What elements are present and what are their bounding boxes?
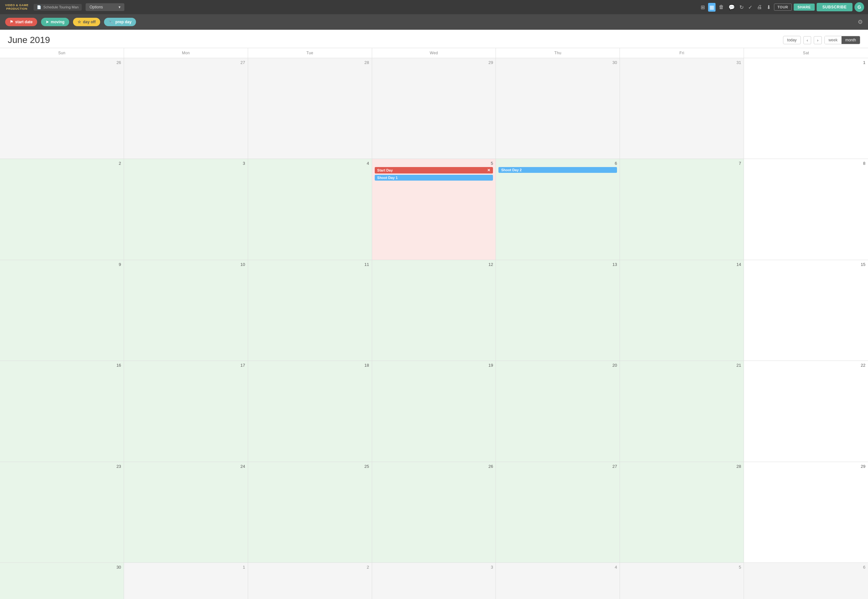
day-sat: Sat [744, 48, 868, 58]
calendar-title: June 2019 [8, 35, 50, 45]
today-button[interactable]: today [783, 36, 801, 44]
table-row[interactable]: 6 Shoot Day 2 [496, 159, 620, 260]
refresh-icon-btn[interactable]: ↻ [738, 3, 745, 12]
table-row[interactable]: 14 [620, 260, 744, 361]
calendar-header: June 2019 today ‹ › week month [0, 30, 868, 48]
prep-day-tag[interactable]: 🔧 prep day [104, 18, 136, 26]
event-shoot-day-1[interactable]: Shoot Day 1 [375, 175, 493, 181]
table-row[interactable]: 1 [744, 58, 868, 159]
calendar-cells: 26 27 28 29 30 31 1 2 3 4 5 Start Day ✕ … [0, 58, 868, 599]
table-row[interactable]: 15 [744, 260, 868, 361]
avatar: G [854, 2, 864, 12]
nav-icons: ⊞ ▦ 🗑 💬 ↻ ✓ 🖨 ⬇ TOUR SHARE SUBSCRIBE G [700, 2, 864, 12]
week-view-btn[interactable]: week [825, 36, 841, 44]
top-nav: VIDEO & GAME PRODUCTION 📄 Schedule Touri… [0, 0, 868, 14]
subscribe-button[interactable]: SUBSCRIBE [817, 3, 853, 11]
table-row[interactable]: 27 [496, 462, 620, 563]
view-toggle: week month [824, 36, 860, 44]
table-row[interactable]: 4 [248, 159, 372, 260]
star-icon: ☆ [78, 20, 81, 24]
tag-bar: ⚑ start date ➤ moving ☆ day off 🔧 prep d… [0, 14, 868, 30]
table-row[interactable]: 24 [124, 462, 248, 563]
table-row[interactable]: 23 [0, 462, 124, 563]
table-row[interactable]: 21 [620, 361, 744, 462]
table-row[interactable]: 8 [744, 159, 868, 260]
table-row[interactable]: 29 [372, 58, 496, 159]
table-row[interactable]: 1 [124, 563, 248, 599]
flag-icon: ⚑ [10, 20, 13, 24]
day-thu: Thu [496, 48, 620, 58]
start-date-tag[interactable]: ⚑ start date [5, 18, 37, 26]
table-row[interactable]: 3 [372, 563, 496, 599]
table-row[interactable]: 28 [620, 462, 744, 563]
table-row[interactable]: 9 [0, 260, 124, 361]
day-tue: Tue [248, 48, 372, 58]
table-row[interactable]: 20 [496, 361, 620, 462]
day-off-tag[interactable]: ☆ day off [73, 18, 100, 26]
day-fri: Fri [620, 48, 744, 58]
month-view-btn[interactable]: month [841, 36, 860, 44]
table-row[interactable]: 27 [124, 58, 248, 159]
doc-tab[interactable]: 📄 Schedule Touring Man [34, 4, 82, 11]
event-start-day[interactable]: Start Day ✕ [375, 167, 493, 173]
table-row[interactable]: 22 [744, 361, 868, 462]
calendar-grid: Sun Mon Tue Wed Thu Fri Sat 26 27 28 29 … [0, 48, 868, 599]
table-row[interactable]: 6 [744, 563, 868, 599]
table-row[interactable]: 26 [372, 462, 496, 563]
settings-icon[interactable]: ⚙ [857, 18, 863, 26]
table-row[interactable]: 5 Start Day ✕ Shoot Day 1 [372, 159, 496, 260]
print-icon-btn[interactable]: 🖨 [755, 3, 763, 11]
next-button[interactable]: › [814, 36, 821, 44]
table-icon-btn[interactable]: ▦ [708, 3, 716, 12]
table-row[interactable]: 17 [124, 361, 248, 462]
table-row[interactable]: 16 [0, 361, 124, 462]
table-row[interactable]: 31 [620, 58, 744, 159]
day-sun: Sun [0, 48, 124, 58]
doc-icon: 📄 [37, 5, 41, 9]
table-row[interactable]: 10 [124, 260, 248, 361]
table-row[interactable]: 7 [620, 159, 744, 260]
table-row[interactable]: 30 [496, 58, 620, 159]
check-icon-btn[interactable]: ✓ [747, 3, 754, 12]
arrow-icon: ➤ [45, 20, 49, 24]
event-shoot-day-2[interactable]: Shoot Day 2 [498, 167, 617, 173]
table-row[interactable]: 2 [248, 563, 372, 599]
table-row[interactable]: 13 [496, 260, 620, 361]
table-row[interactable]: 19 [372, 361, 496, 462]
table-row[interactable]: 26 [0, 58, 124, 159]
tour-button[interactable]: TOUR [774, 3, 792, 11]
download-icon-btn[interactable]: ⬇ [765, 3, 772, 12]
table-row[interactable]: 5 [620, 563, 744, 599]
table-row[interactable]: 25 [248, 462, 372, 563]
table-row[interactable]: 28 [248, 58, 372, 159]
table-row[interactable]: 18 [248, 361, 372, 462]
table-row[interactable]: 11 [248, 260, 372, 361]
prev-button[interactable]: ‹ [803, 36, 811, 44]
table-row[interactable]: 29 [744, 462, 868, 563]
close-icon[interactable]: ✕ [487, 168, 490, 173]
share-button[interactable]: SHARE [794, 3, 815, 11]
calendar-nav: today ‹ › week month [783, 36, 860, 44]
comment-icon-btn[interactable]: 💬 [727, 3, 736, 12]
days-header: Sun Mon Tue Wed Thu Fri Sat [0, 48, 868, 58]
doc-title: Schedule Touring Man [43, 5, 78, 9]
table-row[interactable]: 4 [496, 563, 620, 599]
moving-tag[interactable]: ➤ moving [41, 18, 69, 26]
table-row[interactable]: 30 [0, 563, 124, 599]
trash-icon-btn[interactable]: 🗑 [718, 3, 725, 11]
brand-logo: VIDEO & GAME PRODUCTION [4, 3, 30, 11]
day-wed: Wed [372, 48, 496, 58]
table-row[interactable]: 2 [0, 159, 124, 260]
wrench-icon: 🔧 [108, 20, 113, 24]
day-mon: Mon [124, 48, 248, 58]
options-dropdown[interactable]: Options ▾ [86, 3, 124, 11]
grid-icon-btn[interactable]: ⊞ [700, 3, 706, 12]
table-row[interactable]: 12 [372, 260, 496, 361]
table-row[interactable]: 3 [124, 159, 248, 260]
chevron-down-icon: ▾ [119, 5, 120, 9]
